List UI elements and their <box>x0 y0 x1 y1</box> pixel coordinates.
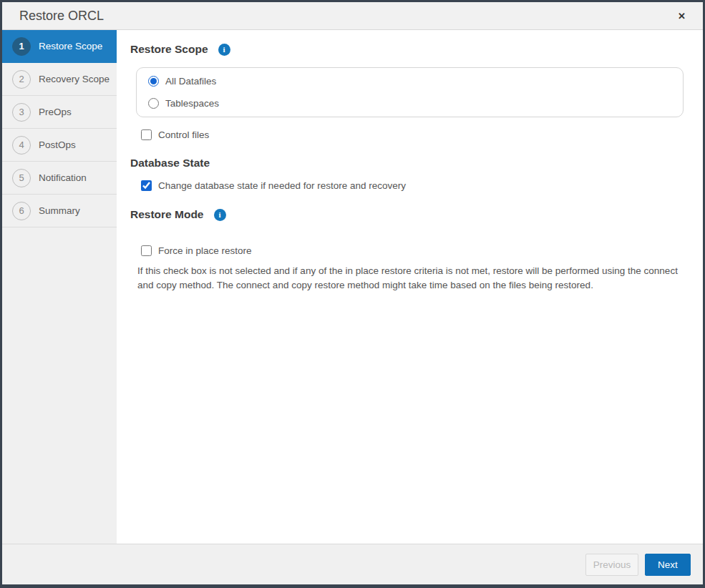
step-postops[interactable]: 4 PostOps <box>2 129 117 162</box>
step-label: Recovery Scope <box>39 74 110 84</box>
step-number-badge: 6 <box>12 202 31 220</box>
step-notification[interactable]: 5 Notification <box>2 162 117 195</box>
step-summary[interactable]: 6 Summary <box>2 195 117 227</box>
wizard-step-list: 1 Restore Scope 2 Recovery Scope 3 PreOp… <box>2 30 117 544</box>
next-button[interactable]: Next <box>645 554 691 576</box>
step-number-badge: 1 <box>12 37 31 56</box>
step-number-badge: 4 <box>12 136 31 155</box>
restore-scope-heading: Restore Scope <box>130 43 208 56</box>
database-state-heading: Database State <box>130 157 689 170</box>
close-icon[interactable]: ✕ <box>678 11 686 21</box>
step-label: PreOps <box>39 107 72 117</box>
change-db-state-checkbox-row[interactable]: Change database state if needed for rest… <box>141 180 406 191</box>
dialog-title: Restore ORCL <box>19 9 104 24</box>
restore-mode-heading: Restore Mode <box>130 208 204 221</box>
checkbox-label: Force in place restore <box>158 245 252 256</box>
radio-label: All Datafiles <box>165 76 216 87</box>
step-recovery-scope[interactable]: 2 Recovery Scope <box>2 63 117 96</box>
step-label: Summary <box>39 205 80 216</box>
info-icon[interactable]: i <box>214 209 226 221</box>
step-number-badge: 5 <box>12 169 31 187</box>
wizard-step-content: Restore Scope i All Datafiles Tablespace… <box>117 30 703 544</box>
restore-mode-description: If this check box is not selected and if… <box>137 264 680 293</box>
restore-wizard-dialog: Restore ORCL ✕ 1 Restore Scope 2 Recover… <box>0 0 705 588</box>
force-in-place-checkbox[interactable] <box>141 245 152 256</box>
step-label: Restore Scope <box>39 41 102 52</box>
previous-button[interactable]: Previous <box>585 554 638 576</box>
step-label: PostOps <box>39 139 76 150</box>
step-number-badge: 3 <box>12 103 31 122</box>
checkbox-label: Change database state if needed for rest… <box>158 180 406 191</box>
control-files-checkbox-row[interactable]: Control files <box>141 129 209 140</box>
wizard-footer: Previous Next <box>2 544 703 584</box>
restore-scope-option-group: All Datafiles Tablespaces <box>136 67 684 117</box>
control-files-checkbox[interactable] <box>141 129 152 140</box>
change-db-state-checkbox[interactable] <box>141 180 152 191</box>
radio-all-datafiles[interactable]: All Datafiles <box>148 76 216 87</box>
checkbox-label: Control files <box>158 129 209 140</box>
step-preops[interactable]: 3 PreOps <box>2 96 117 129</box>
step-restore-scope[interactable]: 1 Restore Scope <box>2 30 117 63</box>
dialog-titlebar: Restore ORCL ✕ <box>2 2 703 30</box>
tablespaces-radio[interactable] <box>148 98 159 109</box>
all-datafiles-radio[interactable] <box>148 76 159 87</box>
info-icon[interactable]: i <box>218 44 230 56</box>
step-label: Notification <box>39 172 87 183</box>
radio-tablespaces[interactable]: Tablespaces <box>148 98 219 109</box>
force-in-place-checkbox-row[interactable]: Force in place restore <box>141 245 252 256</box>
radio-label: Tablespaces <box>165 98 219 109</box>
step-number-badge: 2 <box>12 70 31 89</box>
